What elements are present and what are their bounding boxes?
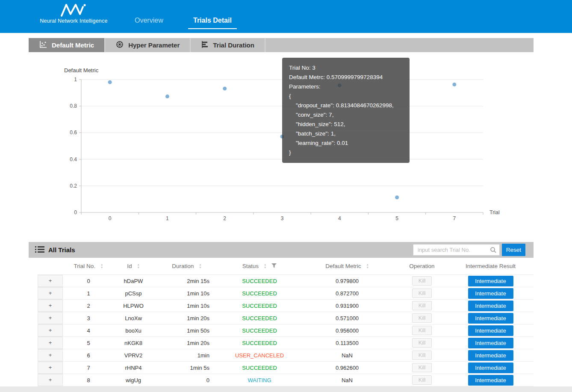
tooltip-close-brace: }: [289, 148, 403, 157]
top-header: Neural Network Intelligence Overview Tri…: [0, 0, 572, 33]
cell-trial-no: 1: [63, 287, 114, 299]
cell-duration: 2min 15s: [153, 275, 221, 287]
status-badge: SUCCEEDED: [221, 337, 298, 349]
cell-intermediate: Intermediate: [448, 324, 534, 336]
x-tick-label: 1: [166, 215, 169, 221]
col-operation: Operation: [396, 263, 448, 269]
brand-text: Neural Network Intelligence: [38, 18, 109, 24]
expand-button[interactable]: +: [38, 300, 63, 312]
expand-button[interactable]: +: [38, 312, 63, 324]
scatter-point[interactable]: [223, 87, 227, 91]
search-box: [413, 244, 500, 256]
tooltip-parameters-label: Parameters:: [289, 82, 403, 91]
cell-id: LnoXw: [114, 312, 153, 324]
status-badge: USER_CANCELED: [221, 349, 298, 361]
scatter-point[interactable]: [165, 94, 169, 98]
cell-trial-no: 6: [63, 349, 114, 361]
nav-overview[interactable]: Overview: [135, 17, 163, 24]
expand-button[interactable]: +: [38, 324, 63, 336]
cell-default-metric: 0.931900: [298, 300, 396, 312]
tab-label: Trial Duration: [213, 41, 254, 49]
cell-id: nKGK8: [114, 337, 153, 349]
table-row: + 6 VPRV2 1min USER_CANCELED NaN Kill In…: [38, 349, 534, 362]
table-row: + 8 wigUg 0 WAITING NaN Kill Intermediat…: [38, 374, 534, 386]
y-tick-label: 0.8: [70, 103, 77, 109]
col-id[interactable]: Id ▲▼: [114, 263, 153, 269]
cell-operation: Kill: [396, 300, 448, 312]
search-input[interactable]: [413, 245, 487, 255]
cell-id: hDaPW: [114, 275, 153, 287]
status-badge: SUCCEEDED: [221, 362, 298, 374]
kill-button: Kill: [412, 313, 432, 323]
nni-logo[interactable]: Neural Network Intelligence: [38, 2, 109, 24]
sort-icon[interactable]: ▲▼: [264, 263, 266, 269]
col-trial-no[interactable]: Trial No. ▲▼: [63, 263, 114, 269]
cell-duration: 1min 20s: [153, 337, 221, 349]
col-default-metric[interactable]: Default Metric ▲▼: [298, 263, 396, 269]
expand-button[interactable]: +: [38, 275, 63, 287]
scatter-point[interactable]: [108, 80, 112, 84]
expand-button[interactable]: +: [38, 287, 63, 299]
col-duration[interactable]: Duration ▲▼: [153, 263, 221, 269]
reset-button[interactable]: Reset: [502, 244, 525, 256]
cell-duration: 1min 20s: [153, 312, 221, 324]
sort-icon[interactable]: ▲▼: [137, 263, 139, 269]
intermediate-button[interactable]: Intermediate: [468, 375, 513, 386]
tooltip-param-line: "dropout_rate": 0.8134084670262998,: [289, 101, 403, 110]
sort-icon[interactable]: ▲▼: [100, 263, 103, 269]
cell-intermediate: Intermediate: [448, 275, 534, 287]
cell-trial-no: 8: [63, 374, 114, 386]
filter-icon[interactable]: [271, 263, 277, 269]
cell-operation: Kill: [396, 275, 448, 287]
cell-intermediate: Intermediate: [448, 362, 534, 374]
cell-id: pCSsp: [114, 287, 153, 299]
kill-button: Kill: [412, 338, 432, 348]
cell-duration: 1min: [153, 349, 221, 361]
trials-table: Trial No. ▲▼ Id ▲▼ Duration ▲▼ Status ▲▼…: [38, 258, 534, 386]
expand-button[interactable]: +: [38, 362, 63, 374]
tab-hyper-parameter[interactable]: Hyper Parameter: [105, 38, 191, 52]
scatter-point[interactable]: [452, 83, 456, 86]
cell-default-metric: NaN: [298, 349, 396, 361]
col-status[interactable]: Status ▲▼: [221, 263, 298, 269]
cell-operation: Kill: [396, 324, 448, 336]
tab-default-metric[interactable]: Default Metric: [29, 38, 105, 52]
cell-operation: Kill: [396, 312, 448, 324]
intermediate-button[interactable]: Intermediate: [468, 325, 513, 336]
cell-intermediate: Intermediate: [448, 337, 534, 349]
cell-default-metric: 0.571000: [298, 312, 396, 324]
kill-button: Kill: [412, 363, 432, 372]
sort-icon[interactable]: ▲▼: [366, 263, 369, 269]
scatter-icon: [39, 40, 47, 50]
search-icon[interactable]: [490, 247, 497, 255]
intermediate-button[interactable]: Intermediate: [468, 301, 513, 311]
status-badge: SUCCEEDED: [221, 300, 298, 312]
tab-trial-duration[interactable]: Trial Duration: [191, 38, 265, 52]
nav-trials-detail[interactable]: Trials Detail: [188, 17, 237, 29]
table-row: + 1 pCSsp 1min 10s SUCCEEDED 0.872700 Ki…: [38, 287, 534, 300]
expand-button[interactable]: +: [38, 374, 63, 386]
expand-button[interactable]: +: [38, 337, 63, 349]
status-badge: SUCCEEDED: [221, 287, 298, 299]
chart-tabbar: Default Metric Hyper Parameter Trial Dur…: [29, 38, 534, 52]
tab-label: Hyper Parameter: [128, 41, 180, 49]
tooltip-open-brace: {: [289, 91, 403, 101]
cell-duration: 0: [153, 374, 221, 386]
cell-operation: Kill: [396, 362, 448, 374]
table-row: + 3 LnoXw 1min 20s SUCCEEDED 0.571000 Ki…: [38, 312, 534, 324]
sort-icon[interactable]: ▲▼: [199, 263, 201, 269]
chart-title: Default Metric: [64, 67, 99, 74]
status-badge: SUCCEEDED: [221, 275, 298, 287]
intermediate-button[interactable]: Intermediate: [468, 350, 513, 361]
cell-operation: Kill: [396, 287, 448, 299]
intermediate-button[interactable]: Intermediate: [468, 313, 513, 324]
cell-default-metric: 0.872700: [298, 287, 396, 299]
expand-button[interactable]: +: [38, 349, 63, 361]
y-tick-label: 1: [74, 77, 77, 83]
intermediate-button[interactable]: Intermediate: [468, 288, 513, 299]
intermediate-button[interactable]: Intermediate: [468, 363, 513, 373]
scatter-point[interactable]: [395, 195, 399, 199]
intermediate-button[interactable]: Intermediate: [468, 276, 513, 286]
tooltip-trial-line: Trial No: 3: [289, 63, 403, 73]
intermediate-button[interactable]: Intermediate: [468, 338, 513, 348]
